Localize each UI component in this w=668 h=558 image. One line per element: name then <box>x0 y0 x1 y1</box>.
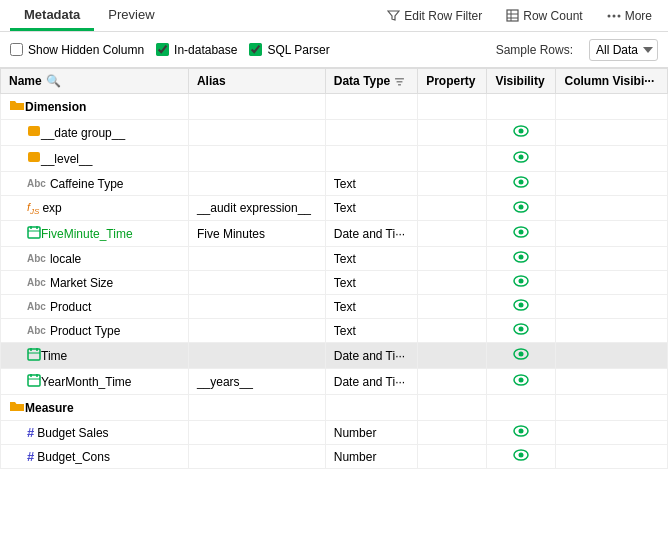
eye-icon[interactable] <box>513 374 529 386</box>
show-hidden-column-checkbox-label[interactable]: Show Hidden Column <box>10 43 144 57</box>
cell-property <box>418 343 487 369</box>
eye-icon[interactable] <box>513 323 529 335</box>
name-search-icon[interactable]: 🔍 <box>46 74 61 88</box>
row-count-button[interactable]: Row Count <box>500 7 588 25</box>
cell-data-type: Date and Ti··· <box>325 369 417 395</box>
edit-row-filter-label: Edit Row Filter <box>404 9 482 23</box>
svg-rect-7 <box>395 78 404 80</box>
field-name: Product Type <box>50 324 121 338</box>
table-row[interactable]: Dimension <box>1 94 668 120</box>
sql-parser-label: SQL Parser <box>267 43 329 57</box>
table-row[interactable]: fJSexp__audit expression__Text <box>1 196 668 221</box>
cell-column-visibility <box>556 120 668 146</box>
col-alias: Alias <box>188 69 325 94</box>
edit-row-filter-button[interactable]: Edit Row Filter <box>381 7 488 25</box>
table-row[interactable]: AbcCaffeine TypeText <box>1 172 668 196</box>
svg-point-47 <box>519 429 524 434</box>
abc-icon: Abc <box>27 253 46 264</box>
col-property: Property <box>418 69 487 94</box>
table-row[interactable]: __date group__ <box>1 120 668 146</box>
table-row[interactable]: FiveMinute_TimeFive MinutesDate and Ti··… <box>1 221 668 247</box>
eye-icon[interactable] <box>513 176 529 188</box>
cell-name: FiveMinute_Time <box>1 221 189 247</box>
cell-alias <box>188 395 325 421</box>
eye-icon[interactable] <box>513 151 529 163</box>
svg-point-12 <box>519 129 524 134</box>
field-name: YearMonth_Time <box>41 375 132 389</box>
cell-property <box>418 369 487 395</box>
cell-alias: __years__ <box>188 369 325 395</box>
svg-rect-34 <box>28 349 40 360</box>
cell-property <box>418 146 487 172</box>
table-row[interactable]: AbclocaleText <box>1 247 668 271</box>
cell-alias <box>188 421 325 445</box>
sample-rows-select[interactable]: All Data 1000 10000 <box>589 39 658 61</box>
table-row[interactable]: #Budget_ConsNumber <box>1 445 668 469</box>
table-row[interactable]: AbcMarket SizeText <box>1 271 668 295</box>
tab-metadata[interactable]: Metadata <box>10 1 94 31</box>
in-database-label: In-database <box>174 43 237 57</box>
cell-name: Abclocale <box>1 247 189 271</box>
eye-icon[interactable] <box>513 226 529 238</box>
cell-name: fJSexp <box>1 196 189 221</box>
cell-name: AbcProduct <box>1 295 189 319</box>
eye-icon[interactable] <box>513 125 529 137</box>
number-icon: # <box>27 449 37 464</box>
in-database-checkbox[interactable] <box>156 43 169 56</box>
abc-icon: Abc <box>27 301 46 312</box>
cell-column-visibility <box>556 421 668 445</box>
field-name: Budget Sales <box>37 426 108 440</box>
cell-column-visibility <box>556 221 668 247</box>
more-button[interactable]: More <box>601 7 658 25</box>
table-row[interactable]: YearMonth_Time__years__Date and Ti··· <box>1 369 668 395</box>
cell-alias <box>188 319 325 343</box>
field-name: __date group__ <box>41 126 125 140</box>
sample-rows-label: Sample Rows: <box>496 43 573 57</box>
sql-parser-checkbox[interactable] <box>249 43 262 56</box>
cell-name: Measure <box>1 395 189 421</box>
svg-rect-8 <box>397 81 403 83</box>
cell-data-type: Text <box>325 271 417 295</box>
eye-icon[interactable] <box>513 299 529 311</box>
svg-point-6 <box>617 14 620 17</box>
data-type-filter-icon[interactable] <box>394 76 405 87</box>
table-row[interactable]: __level__ <box>1 146 668 172</box>
table-row[interactable]: AbcProduct TypeText <box>1 319 668 343</box>
eye-icon[interactable] <box>513 449 529 461</box>
cell-name: __level__ <box>1 146 189 172</box>
tab-preview[interactable]: Preview <box>94 1 168 31</box>
cell-property <box>418 172 487 196</box>
in-database-checkbox-label[interactable]: In-database <box>156 43 237 57</box>
cell-property <box>418 421 487 445</box>
tabs-right: Edit Row Filter Row Count More <box>381 7 658 25</box>
cell-property <box>418 319 487 343</box>
cell-alias <box>188 247 325 271</box>
svg-point-17 <box>519 180 524 185</box>
field-name: Market Size <box>50 276 113 290</box>
row-count-label: Row Count <box>523 9 582 23</box>
show-hidden-column-checkbox[interactable] <box>10 43 23 56</box>
field-name: Measure <box>25 401 74 415</box>
eye-icon[interactable] <box>513 201 529 213</box>
cell-visibility <box>487 247 556 271</box>
cell-visibility <box>487 395 556 421</box>
cell-name: AbcProduct Type <box>1 319 189 343</box>
eye-icon[interactable] <box>513 275 529 287</box>
table-row[interactable]: TimeDate and Ti··· <box>1 343 668 369</box>
eye-icon[interactable] <box>513 425 529 437</box>
cell-data-type: Number <box>325 421 417 445</box>
table-row[interactable]: Measure <box>1 395 668 421</box>
eye-icon[interactable] <box>513 348 529 360</box>
tabs-bar: Metadata Preview Edit Row Filter Row Cou… <box>0 0 668 32</box>
date-icon <box>27 347 41 364</box>
table-row[interactable]: AbcProductText <box>1 295 668 319</box>
field-name: Caffeine Type <box>50 177 124 191</box>
eye-icon[interactable] <box>513 251 529 263</box>
cell-name: YearMonth_Time <box>1 369 189 395</box>
sql-parser-checkbox-label[interactable]: SQL Parser <box>249 43 329 57</box>
cell-data-type <box>325 146 417 172</box>
table-row[interactable]: #Budget SalesNumber <box>1 421 668 445</box>
cell-visibility <box>487 146 556 172</box>
col-data-type: Data Type <box>325 69 417 94</box>
more-label: More <box>625 9 652 23</box>
